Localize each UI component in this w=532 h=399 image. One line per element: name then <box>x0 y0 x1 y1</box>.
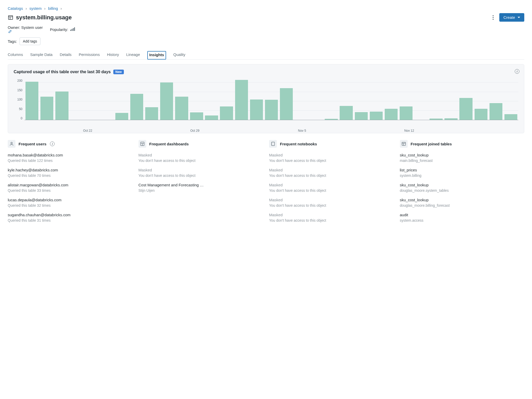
chart-bar[interactable] <box>280 88 293 120</box>
x-tick: Nov 12 <box>404 129 414 132</box>
frequent-joined-tables-title: Frequent joined tables <box>411 142 452 146</box>
breadcrumb-catalogs[interactable]: Catalogs <box>8 6 23 11</box>
frequent-joined-tables-column: Frequent joined tables sku_cost_lookupma… <box>400 140 525 227</box>
x-tick: Nov 5 <box>298 129 306 132</box>
frequent-user-item[interactable]: kyle.hachey@databricks.comQueried this t… <box>8 167 132 178</box>
table-icon <box>400 140 408 148</box>
tab-sample-data[interactable]: Sample Data <box>30 51 53 59</box>
insights-card: Captured usage of this table over the la… <box>8 64 524 133</box>
svg-rect-0 <box>8 15 13 19</box>
frequent-notebook-item[interactable]: MaskedYou don't have access to this obje… <box>269 212 394 223</box>
frequent-user-item[interactable]: mohana.basak@databricks.comQueried this … <box>8 152 132 163</box>
add-tags-button[interactable]: Add tags <box>20 37 40 45</box>
usage-chart: 200150100500 <box>14 79 518 120</box>
frequent-dashboard-item[interactable]: Cost Management and Forecasting …Stijn U… <box>139 182 263 193</box>
chart-bar[interactable] <box>175 97 188 120</box>
frequent-dashboard-item[interactable]: MaskedYou don't have access to this obje… <box>139 152 263 163</box>
chart-bar[interactable] <box>340 106 353 120</box>
chart-bar[interactable] <box>325 119 338 120</box>
chart-bar[interactable] <box>444 118 457 120</box>
chevron-right-icon: › <box>44 6 46 11</box>
chart-bar[interactable] <box>55 92 68 120</box>
tab-quality[interactable]: Quality <box>173 51 185 59</box>
frequent-table-item[interactable]: sku_cost_lookupdouglas_moore.billing_for… <box>400 197 525 208</box>
info-icon[interactable]: i <box>515 69 519 74</box>
owner-field: Owner: System user <box>8 25 44 34</box>
new-badge: New <box>113 70 124 74</box>
create-button-label: Create <box>503 15 515 20</box>
frequent-user-item[interactable]: lucas.depaula@databricks.comQueried this… <box>8 197 132 208</box>
edit-owner-icon[interactable] <box>8 30 44 34</box>
chart-bar[interactable] <box>220 106 233 120</box>
tab-history[interactable]: History <box>107 51 119 59</box>
frequent-notebook-item[interactable]: MaskedYou don't have access to this obje… <box>269 197 394 208</box>
chart-bar[interactable] <box>145 107 158 120</box>
chart-bar[interactable] <box>385 109 398 120</box>
popularity-bars-icon <box>70 27 75 31</box>
frequent-table-item[interactable]: auditsystem.access <box>400 212 525 223</box>
table-icon <box>8 15 13 20</box>
chart-bar[interactable] <box>355 112 368 120</box>
tab-lineage[interactable]: Lineage <box>126 51 140 59</box>
y-tick: 100 <box>17 98 22 101</box>
svg-rect-7 <box>272 142 274 146</box>
frequent-notebooks-column: Frequent notebooks MaskedYou don't have … <box>269 140 394 227</box>
frequent-notebook-item[interactable]: MaskedYou don't have access to this obje… <box>269 152 394 163</box>
chart-bar[interactable] <box>400 106 413 120</box>
frequent-notebook-item[interactable]: MaskedYou don't have access to this obje… <box>269 167 394 178</box>
breadcrumb-billing[interactable]: billing <box>48 6 58 11</box>
frequent-dashboards-title: Frequent dashboards <box>149 142 189 146</box>
chart-bar[interactable] <box>40 97 53 120</box>
page-title: system.billing.usage <box>16 14 72 21</box>
chart-bar[interactable] <box>265 100 278 120</box>
tab-permissions[interactable]: Permissions <box>79 51 100 59</box>
notebook-icon <box>269 140 277 148</box>
insights-card-title: Captured usage of this table over the la… <box>14 70 111 74</box>
y-tick: 150 <box>17 88 22 92</box>
chart-bar[interactable] <box>504 114 517 120</box>
chevron-right-icon: › <box>25 6 27 11</box>
breadcrumb: Catalogs › system › billing › <box>8 6 524 11</box>
frequent-notebook-item[interactable]: MaskedYou don't have access to this obje… <box>269 182 394 193</box>
svg-rect-11 <box>402 142 406 145</box>
chart-bar[interactable] <box>235 80 248 120</box>
kebab-menu-button[interactable] <box>491 14 496 21</box>
chart-bar[interactable] <box>205 115 218 120</box>
y-tick: 0 <box>21 117 22 120</box>
chart-bar[interactable] <box>430 119 442 120</box>
info-icon[interactable]: i <box>50 142 55 146</box>
chart-bar[interactable] <box>160 82 173 120</box>
frequent-table-item[interactable]: list_pricessystem.billing <box>400 167 525 178</box>
chart-bar[interactable] <box>130 94 143 120</box>
frequent-dashboards-column: Frequent dashboards MaskedYou don't have… <box>139 140 263 227</box>
frequent-user-item[interactable]: alistair.macgowan@databricks.comQueried … <box>8 182 132 193</box>
frequent-notebooks-title: Frequent notebooks <box>280 142 317 146</box>
tab-insights[interactable]: Insights <box>147 51 166 60</box>
chart-bar[interactable] <box>190 112 203 120</box>
tab-columns[interactable]: Columns <box>8 51 23 59</box>
chart-bar[interactable] <box>459 98 472 120</box>
frequent-table-item[interactable]: sku_cost_lookupdouglas_moore.system_tabl… <box>400 182 525 193</box>
tags-label: Tags: <box>8 39 17 44</box>
frequent-users-title: Frequent users <box>19 142 46 146</box>
frequent-users-column: Frequent users i mohana.basak@databricks… <box>8 140 132 227</box>
x-tick: Oct 29 <box>190 129 199 132</box>
chart-bar[interactable] <box>25 82 38 120</box>
chevron-right-icon: › <box>61 6 62 11</box>
frequent-user-item[interactable]: sugandha.chauhan@databricks.comQueried t… <box>8 212 132 223</box>
chart-bar[interactable] <box>370 112 383 120</box>
chart-bar[interactable] <box>490 103 502 120</box>
y-tick: 50 <box>19 107 22 111</box>
y-tick: 200 <box>17 79 22 82</box>
frequent-dashboard-item[interactable]: MaskedYou don't have access to this obje… <box>139 167 263 178</box>
breadcrumb-system[interactable]: system <box>29 6 42 11</box>
tab-details[interactable]: Details <box>60 51 72 59</box>
tabs: ColumnsSample DataDetailsPermissionsHist… <box>8 51 524 60</box>
x-tick: Oct 22 <box>83 129 92 132</box>
chart-bar[interactable] <box>475 109 487 120</box>
create-button[interactable]: Create <box>499 13 524 22</box>
chart-bar[interactable] <box>115 113 128 120</box>
frequent-table-item[interactable]: sku_cost_lookupmain.billing_forecast <box>400 152 525 163</box>
dashboard-icon <box>139 140 146 148</box>
chart-bar[interactable] <box>250 99 263 120</box>
